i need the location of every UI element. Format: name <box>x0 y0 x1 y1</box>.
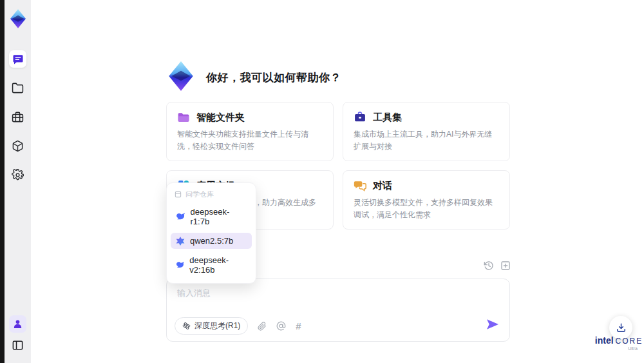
card-title: 对话 <box>373 180 392 192</box>
ultra-label: Ultra <box>596 346 641 351</box>
sidebar-item-folders[interactable] <box>9 79 26 97</box>
greeting-logo-icon <box>165 60 197 92</box>
briefcase-icon <box>12 111 24 123</box>
history-button[interactable] <box>484 260 494 271</box>
folder-icon <box>12 82 24 94</box>
card-toolset[interactable]: 工具集 集成市场上主流工具，助力AI与外界无缝扩展与对接 <box>343 102 510 161</box>
message-composer: 深度思考(R1) # <box>166 279 510 342</box>
attach-button[interactable] <box>258 322 267 331</box>
model-option-deepseek-r1[interactable]: deepseek-r1:7b <box>171 204 252 230</box>
model-dropdown-header-label: 问学仓库 <box>185 190 214 199</box>
toolset-icon <box>354 111 366 124</box>
sidebar-item-chat[interactable] <box>9 50 26 68</box>
intel-core-badge: intel core Ultra <box>596 335 641 351</box>
sidebar-item-models[interactable] <box>9 137 26 155</box>
at-sign-icon <box>276 321 286 331</box>
repository-icon <box>175 191 182 198</box>
gear-icon <box>12 169 24 181</box>
deepseek-icon <box>176 213 185 221</box>
panel-icon <box>12 339 24 351</box>
new-chat-icon <box>500 260 511 271</box>
history-icon <box>484 260 494 271</box>
model-option-label: deepseek-v2:16b <box>189 255 247 275</box>
app-logo-icon <box>8 8 28 29</box>
sidebar-item-account[interactable] <box>9 315 26 333</box>
sidebar <box>5 0 31 363</box>
chat-bubble-icon <box>12 54 24 65</box>
deep-think-icon <box>182 322 191 330</box>
card-dialogue[interactable]: 对话 灵活切换多模型文件，支持多样回复效果调试，满足个性化需求 <box>343 170 510 230</box>
model-option-label: qwen2.5:7b <box>190 236 233 246</box>
deepseek-icon <box>176 261 184 270</box>
sidebar-item-toolbox[interactable] <box>9 108 26 126</box>
smart-folder-icon <box>177 111 190 124</box>
download-icon <box>616 322 627 333</box>
model-option-deepseek-v2[interactable]: deepseek-v2:16b <box>171 252 252 278</box>
intel-wordmark: intel <box>595 335 614 346</box>
core-wordmark: core <box>616 337 643 346</box>
model-dropdown: 问学仓库 deepseek-r1:7b qwen2.5:7b deepseek-… <box>166 182 256 284</box>
deep-think-toggle[interactable]: 深度思考(R1) <box>175 317 248 335</box>
model-option-qwen[interactable]: qwen2.5:7b <box>171 233 252 249</box>
user-icon <box>12 319 23 329</box>
app-window: 你好，我可以如何帮助你？ 智能文件夹 智能文件夹功能支持批量文件上传与清洗，轻松… <box>0 0 644 363</box>
paperclip-icon <box>258 322 267 331</box>
model-option-label: deepseek-r1:7b <box>191 207 247 226</box>
window-edge <box>0 0 5 363</box>
card-title: 智能文件夹 <box>196 112 245 124</box>
deep-think-label: 深度思考(R1) <box>194 320 240 331</box>
composer-toolbar: 深度思考(R1) # <box>175 317 301 335</box>
card-description: 灵活切换多模型文件，支持多样回复效果调试，满足个性化需求 <box>354 197 499 221</box>
mention-button[interactable] <box>276 321 286 331</box>
model-dropdown-header: 问学仓库 <box>171 188 252 204</box>
qwen-icon <box>176 237 185 246</box>
send-button[interactable] <box>486 319 499 333</box>
card-title: 工具集 <box>373 112 402 124</box>
cube-icon <box>12 140 24 152</box>
conversation-actions <box>484 260 511 271</box>
page-title: 你好，我可以如何帮助你？ <box>206 70 341 85</box>
dialogue-icon <box>354 179 366 192</box>
card-description: 集成市场上主流工具，助力AI与外界无缝扩展与对接 <box>354 128 499 152</box>
prompt-button[interactable]: # <box>296 320 301 331</box>
new-chat-button[interactable] <box>500 260 511 271</box>
sidebar-item-settings[interactable] <box>9 166 26 184</box>
card-smart-folder[interactable]: 智能文件夹 智能文件夹功能支持批量文件上传与清洗，轻松实现文件问答 <box>166 102 334 161</box>
send-icon <box>486 319 499 330</box>
sidebar-item-panel-toggle[interactable] <box>9 337 26 354</box>
card-description: 智能文件夹功能支持批量文件上传与清洗，轻松实现文件问答 <box>177 128 323 152</box>
